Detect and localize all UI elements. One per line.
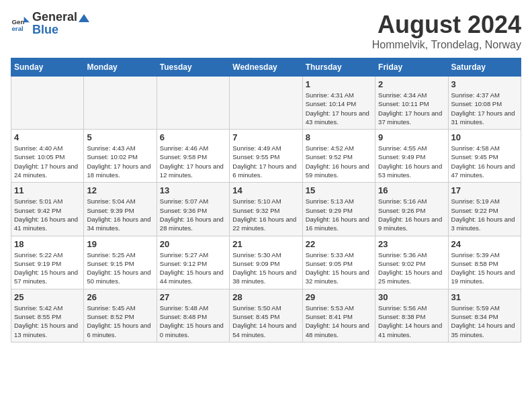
- svg-text:eral: eral: [11, 24, 24, 32]
- calendar-cell: 20Sunrise: 5:27 AM Sunset: 9:12 PM Dayli…: [157, 236, 229, 289]
- calendar-cell: 19Sunrise: 5:25 AM Sunset: 9:15 PM Dayli…: [84, 236, 157, 289]
- calendar-cell: [84, 77, 157, 130]
- calendar-header-row: SundayMondayTuesdayWednesdayThursdayFrid…: [11, 58, 521, 77]
- day-number: 14: [232, 185, 299, 195]
- calendar-cell: 7Sunrise: 4:49 AM Sunset: 9:55 PM Daylig…: [230, 130, 302, 183]
- month-year-title: August 2024: [372, 11, 521, 39]
- logo-blue: Blue: [32, 23, 58, 36]
- day-number: 16: [378, 185, 445, 195]
- day-number: 19: [87, 239, 153, 249]
- calendar-cell: 16Sunrise: 5:16 AM Sunset: 9:26 PM Dayli…: [375, 183, 448, 236]
- calendar-cell: 21Sunrise: 5:30 AM Sunset: 9:09 PM Dayli…: [230, 236, 302, 289]
- day-info: Sunrise: 5:33 AM Sunset: 9:05 PM Dayligh…: [306, 250, 372, 286]
- logo-icon: Gen eral: [11, 15, 30, 34]
- day-info: Sunrise: 4:55 AM Sunset: 9:49 PM Dayligh…: [378, 144, 445, 179]
- calendar-cell: [157, 77, 229, 130]
- day-info: Sunrise: 5:27 AM Sunset: 9:12 PM Dayligh…: [160, 250, 226, 286]
- day-number: 6: [160, 132, 226, 142]
- calendar-cell: 23Sunrise: 5:36 AM Sunset: 9:02 PM Dayli…: [375, 236, 448, 289]
- day-info: Sunrise: 4:34 AM Sunset: 10:11 PM Daylig…: [378, 91, 445, 126]
- day-number: 23: [378, 239, 445, 249]
- day-number: 29: [306, 292, 372, 302]
- day-info: Sunrise: 5:48 AM Sunset: 8:48 PM Dayligh…: [160, 304, 226, 339]
- calendar-cell: 17Sunrise: 5:19 AM Sunset: 9:22 PM Dayli…: [448, 183, 521, 236]
- calendar-cell: 27Sunrise: 5:48 AM Sunset: 8:48 PM Dayli…: [157, 289, 229, 342]
- day-number: 25: [14, 292, 81, 302]
- logo-wordmark: General Blue: [32, 11, 91, 37]
- col-header-tuesday: Tuesday: [157, 58, 229, 77]
- day-number: 5: [87, 132, 153, 142]
- calendar-week-row: 4Sunrise: 4:40 AM Sunset: 10:05 PM Dayli…: [11, 130, 521, 183]
- logo: Gen eral General Blue: [11, 11, 91, 37]
- day-info: Sunrise: 4:31 AM Sunset: 10:14 PM Daylig…: [306, 91, 372, 126]
- day-info: Sunrise: 5:56 AM Sunset: 8:38 PM Dayligh…: [378, 304, 445, 339]
- day-number: 22: [306, 239, 372, 249]
- col-header-thursday: Thursday: [302, 58, 375, 77]
- calendar-cell: 12Sunrise: 5:04 AM Sunset: 9:39 PM Dayli…: [84, 183, 157, 236]
- day-info: Sunrise: 5:16 AM Sunset: 9:26 PM Dayligh…: [378, 197, 445, 232]
- day-info: Sunrise: 5:42 AM Sunset: 8:55 PM Dayligh…: [14, 304, 81, 339]
- col-header-monday: Monday: [84, 58, 157, 77]
- day-info: Sunrise: 4:58 AM Sunset: 9:45 PM Dayligh…: [451, 144, 518, 179]
- day-info: Sunrise: 5:36 AM Sunset: 9:02 PM Dayligh…: [378, 250, 445, 286]
- calendar-cell: 10Sunrise: 4:58 AM Sunset: 9:45 PM Dayli…: [448, 130, 521, 183]
- calendar-cell: 18Sunrise: 5:22 AM Sunset: 9:19 PM Dayli…: [11, 236, 84, 289]
- day-number: 28: [232, 292, 299, 302]
- calendar-cell: 9Sunrise: 4:55 AM Sunset: 9:49 PM Daylig…: [375, 130, 448, 183]
- calendar-cell: 28Sunrise: 5:50 AM Sunset: 8:45 PM Dayli…: [230, 289, 302, 342]
- calendar-cell: [11, 77, 84, 130]
- col-header-saturday: Saturday: [448, 58, 521, 77]
- calendar-cell: 2Sunrise: 4:34 AM Sunset: 10:11 PM Dayli…: [375, 77, 448, 130]
- day-number: 1: [306, 79, 372, 89]
- day-info: Sunrise: 5:45 AM Sunset: 8:52 PM Dayligh…: [87, 304, 153, 339]
- calendar-cell: 8Sunrise: 4:52 AM Sunset: 9:52 PM Daylig…: [302, 130, 375, 183]
- day-info: Sunrise: 5:07 AM Sunset: 9:36 PM Dayligh…: [160, 197, 226, 232]
- calendar-cell: 26Sunrise: 5:45 AM Sunset: 8:52 PM Dayli…: [84, 289, 157, 342]
- col-header-sunday: Sunday: [11, 58, 84, 77]
- day-number: 3: [451, 79, 518, 89]
- day-number: 17: [451, 185, 518, 195]
- calendar-week-row: 11Sunrise: 5:01 AM Sunset: 9:42 PM Dayli…: [11, 183, 521, 236]
- day-number: 7: [232, 132, 299, 142]
- calendar-cell: 13Sunrise: 5:07 AM Sunset: 9:36 PM Dayli…: [157, 183, 229, 236]
- calendar-cell: 3Sunrise: 4:37 AM Sunset: 10:08 PM Dayli…: [448, 77, 521, 130]
- calendar-cell: 15Sunrise: 5:13 AM Sunset: 9:29 PM Dayli…: [302, 183, 375, 236]
- calendar-week-row: 25Sunrise: 5:42 AM Sunset: 8:55 PM Dayli…: [11, 289, 521, 342]
- location-subtitle: Hommelvik, Trondelag, Norway: [372, 39, 521, 51]
- day-info: Sunrise: 4:49 AM Sunset: 9:55 PM Dayligh…: [232, 144, 299, 179]
- day-info: Sunrise: 4:46 AM Sunset: 9:58 PM Dayligh…: [160, 144, 226, 179]
- day-number: 20: [160, 239, 226, 249]
- day-info: Sunrise: 5:22 AM Sunset: 9:19 PM Dayligh…: [14, 250, 81, 286]
- calendar-week-row: 18Sunrise: 5:22 AM Sunset: 9:19 PM Dayli…: [11, 236, 521, 289]
- day-info: Sunrise: 5:01 AM Sunset: 9:42 PM Dayligh…: [14, 197, 81, 232]
- calendar-cell: 22Sunrise: 5:33 AM Sunset: 9:05 PM Dayli…: [302, 236, 375, 289]
- day-info: Sunrise: 5:13 AM Sunset: 9:29 PM Dayligh…: [306, 197, 372, 232]
- day-number: 13: [160, 185, 226, 195]
- calendar-cell: 30Sunrise: 5:56 AM Sunset: 8:38 PM Dayli…: [375, 289, 448, 342]
- day-info: Sunrise: 5:25 AM Sunset: 9:15 PM Dayligh…: [87, 250, 153, 286]
- day-number: 8: [306, 132, 372, 142]
- col-header-wednesday: Wednesday: [230, 58, 302, 77]
- day-number: 18: [14, 239, 81, 249]
- day-number: 21: [232, 239, 299, 249]
- day-number: 31: [451, 292, 518, 302]
- day-number: 26: [87, 292, 153, 302]
- day-info: Sunrise: 4:52 AM Sunset: 9:52 PM Dayligh…: [306, 144, 372, 179]
- calendar-cell: 24Sunrise: 5:39 AM Sunset: 8:58 PM Dayli…: [448, 236, 521, 289]
- day-number: 4: [14, 132, 81, 142]
- day-info: Sunrise: 5:30 AM Sunset: 9:09 PM Dayligh…: [232, 250, 299, 286]
- logo-blue-swoosh: [79, 14, 89, 22]
- calendar-cell: 29Sunrise: 5:53 AM Sunset: 8:41 PM Dayli…: [302, 289, 375, 342]
- day-number: 27: [160, 292, 226, 302]
- calendar-week-row: 1Sunrise: 4:31 AM Sunset: 10:14 PM Dayli…: [11, 77, 521, 130]
- calendar-cell: 4Sunrise: 4:40 AM Sunset: 10:05 PM Dayli…: [11, 130, 84, 183]
- day-info: Sunrise: 5:53 AM Sunset: 8:41 PM Dayligh…: [306, 304, 372, 339]
- day-info: Sunrise: 4:43 AM Sunset: 10:02 PM Daylig…: [87, 144, 153, 179]
- day-info: Sunrise: 5:59 AM Sunset: 8:34 PM Dayligh…: [451, 304, 518, 339]
- calendar-cell: 5Sunrise: 4:43 AM Sunset: 10:02 PM Dayli…: [84, 130, 157, 183]
- page-header: Gen eral General Blue August 2024 Hommel…: [11, 11, 521, 51]
- day-info: Sunrise: 5:10 AM Sunset: 9:32 PM Dayligh…: [232, 197, 299, 232]
- day-number: 2: [378, 79, 445, 89]
- day-number: 30: [378, 292, 445, 302]
- calendar-cell: 6Sunrise: 4:46 AM Sunset: 9:58 PM Daylig…: [157, 130, 229, 183]
